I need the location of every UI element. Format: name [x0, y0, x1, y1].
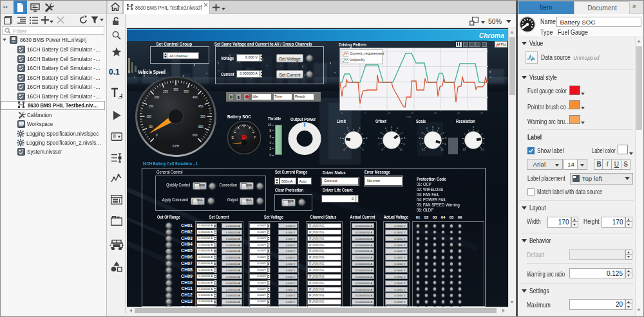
svg-text:300: 300	[173, 88, 178, 91]
svg-text:1: 1	[340, 137, 341, 140]
svg-text:6: 6	[438, 127, 439, 130]
svg-text:E: E	[232, 136, 234, 140]
svg-text:3: 3	[380, 132, 381, 134]
svg-text:9: 9	[445, 143, 446, 146]
svg-text:450: 450	[198, 105, 204, 108]
svg-text:10: 10	[400, 149, 402, 151]
svg-text:3: 3	[359, 127, 360, 130]
svg-text:10: 10	[462, 149, 465, 151]
svg-text:250: 250	[163, 90, 168, 93]
svg-text:4: 4	[426, 127, 428, 130]
svg-text:8: 8	[445, 137, 446, 140]
svg-text:200: 200	[154, 96, 159, 99]
svg-text:550: 550	[198, 125, 204, 129]
svg-text:150: 150	[148, 105, 153, 108]
svg-text:2: 2	[419, 137, 421, 140]
svg-text:1: 1	[473, 126, 474, 129]
svg-text:10: 10	[441, 149, 444, 151]
svg-text:2: 2	[378, 137, 379, 140]
svg-text:600: 600	[192, 134, 197, 137]
svg-text:5: 5	[432, 126, 433, 129]
svg-text:8: 8	[404, 137, 405, 140]
svg-text:1: 1	[379, 143, 380, 146]
svg-text:5: 5	[362, 149, 363, 151]
svg-text:0: 0	[343, 149, 345, 151]
svg-text:2: 2	[347, 127, 348, 130]
svg-text:50: 50	[149, 125, 153, 129]
svg-text:3: 3	[421, 132, 422, 134]
svg-text:6: 6	[397, 127, 398, 130]
svg-text:9: 9	[404, 143, 405, 146]
svg-text:400: 400	[192, 96, 197, 99]
svg-text:7: 7	[443, 132, 444, 134]
svg-text:7: 7	[402, 132, 403, 134]
svg-text:100: 100	[146, 115, 151, 118]
svg-text:4: 4	[366, 137, 367, 140]
svg-text:0: 0	[382, 149, 383, 151]
svg-text:500: 500	[200, 115, 205, 118]
svg-text:5: 5	[391, 126, 392, 129]
svg-text:0.1: 0.1	[481, 149, 484, 151]
svg-text:1: 1	[420, 143, 421, 146]
svg-text:4: 4	[385, 127, 386, 130]
svg-text:350: 350	[184, 90, 189, 93]
svg-text:KPH: KPH	[173, 145, 179, 148]
svg-text:0.1: 0.1	[422, 149, 425, 151]
